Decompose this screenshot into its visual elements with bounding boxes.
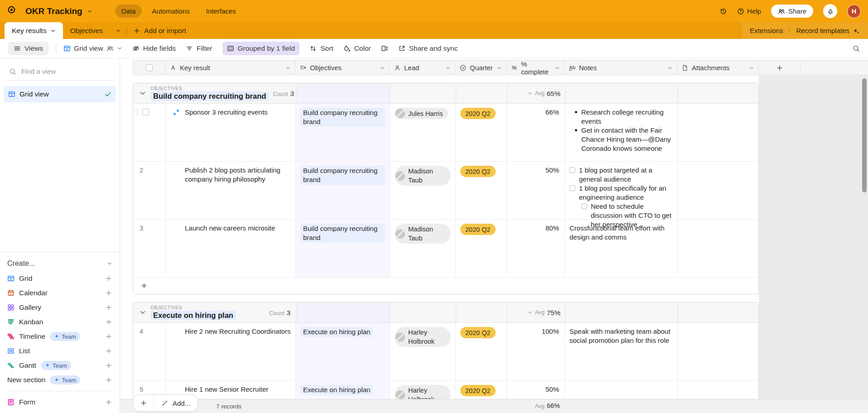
objectives-cell[interactable]: Build company recruiting brand [296, 104, 390, 161]
nav-item-data[interactable]: Data [115, 5, 142, 18]
row-checkbox[interactable] [142, 109, 149, 115]
quarter-cell[interactable]: 2020 Q2 [456, 162, 507, 219]
record-templates-button[interactable]: Record templates [796, 27, 860, 34]
quarter-cell[interactable]: 2020 Q2 [456, 220, 507, 277]
column-menu-chevron[interactable] [497, 65, 502, 71]
objective-link-chip[interactable]: Execute on hiring plan [300, 327, 373, 337]
lead-cell[interactable]: Harley Holbrook [390, 323, 456, 380]
help-button[interactable]: Help [737, 7, 761, 15]
key-result-cell[interactable]: Publish 2 blog posts articulating compan… [166, 162, 296, 219]
filter-button[interactable]: Filter [186, 44, 212, 53]
key-result-cell[interactable]: Launch new careers microsite [166, 220, 296, 277]
lead-cell[interactable]: Madison Taub [390, 220, 456, 277]
pct-complete-cell[interactable]: 100% [507, 323, 565, 380]
attachments-cell[interactable] [678, 162, 759, 219]
user-avatar[interactable]: H [847, 5, 861, 18]
add-view-plus-icon[interactable] [105, 362, 112, 369]
create-item-timeline[interactable]: TimelineTeam [7, 329, 112, 344]
create-item-gallery[interactable]: Gallery [7, 300, 112, 315]
drag-handle-icon[interactable] [134, 108, 141, 115]
column-header-attachments[interactable]: Attachments [677, 61, 759, 75]
column-header-quarter[interactable]: Quarter [455, 61, 506, 75]
create-item-kanban[interactable]: Kanban [7, 315, 112, 329]
column-header-notes[interactable]: AbNotes [564, 61, 677, 75]
expand-record-icon[interactable] [173, 109, 180, 116]
column-header-lead[interactable]: Lead [390, 61, 455, 75]
note-checkbox[interactable] [581, 203, 587, 209]
lead-cell[interactable]: Madison Taub [390, 162, 456, 219]
collapse-group-icon[interactable] [139, 90, 146, 97]
notes-cell[interactable]: Research college recruiting eventsGet in… [565, 104, 678, 161]
history-icon[interactable] [720, 8, 727, 15]
base-title[interactable]: OKR Tracking [25, 6, 82, 16]
note-checkbox[interactable] [569, 167, 575, 173]
attachments-cell[interactable] [678, 323, 759, 380]
key-result-cell[interactable]: Hire 2 new Recruiting Coordinators [166, 323, 296, 380]
objective-link-chip[interactable]: Build company recruiting brand [300, 166, 385, 185]
column-menu-chevron[interactable] [285, 65, 291, 71]
notes-cell[interactable]: Speak with marketing team about social p… [565, 323, 678, 380]
note-checkbox[interactable] [569, 185, 575, 191]
add-with-ai-button[interactable]: Add... [154, 395, 198, 411]
nav-item-automations[interactable]: Automations [145, 5, 196, 18]
views-toggle-button[interactable]: Views [8, 42, 48, 55]
objectives-cell[interactable]: Build company recruiting brand [296, 162, 390, 219]
notes-cell[interactable]: 1 blog post targeted at a general audien… [565, 162, 678, 219]
create-item-form[interactable]: Form [7, 395, 112, 409]
add-view-plus-icon[interactable] [105, 347, 112, 355]
add-view-plus-icon[interactable] [105, 289, 112, 297]
table-row[interactable]: Sponsor 3 recruiting eventsBuild company… [133, 104, 758, 162]
create-item-new-section[interactable]: New sectionTeam [7, 373, 112, 387]
column-header-select[interactable] [133, 61, 165, 75]
notes-cell[interactable]: Crossfunctional team effort with design … [565, 220, 678, 277]
find-view-input[interactable] [20, 67, 97, 76]
lead-cell[interactable]: Jules Harris [390, 104, 456, 161]
table-tab-key-results[interactable]: Key results [5, 22, 63, 39]
current-view-button[interactable]: Grid view [63, 44, 122, 53]
add-view-plus-icon[interactable] [105, 318, 112, 326]
sidebar-view-item[interactable]: Grid view [4, 86, 116, 102]
collapse-group-icon[interactable] [139, 309, 146, 316]
select-all-checkbox[interactable] [146, 64, 153, 71]
add-view-plus-icon[interactable] [105, 333, 112, 340]
objectives-cell[interactable]: Execute on hiring plan [296, 323, 390, 380]
color-button[interactable]: Color [343, 44, 371, 53]
share-button[interactable]: Share [771, 5, 813, 18]
base-title-chevron-icon[interactable] [87, 9, 92, 14]
pct-complete-cell[interactable]: 50% [507, 162, 565, 219]
objectives-cell[interactable]: Build company recruiting brand [296, 220, 390, 277]
column-header-objectives[interactable]: Objectives [295, 61, 390, 75]
add-record-button[interactable] [133, 395, 154, 411]
group-button[interactable]: Grouped by 1 field [222, 42, 300, 55]
row-height-button[interactable] [381, 45, 388, 52]
share-and-sync-button[interactable]: Share and sync [398, 44, 458, 53]
sort-button[interactable]: Sort [309, 44, 333, 53]
quarter-cell[interactable]: 2020 Q2 [456, 104, 507, 161]
column-menu-chevron[interactable] [749, 65, 754, 71]
objective-link-chip[interactable]: Build company recruiting brand [300, 108, 385, 127]
add-or-import-button[interactable]: Add or import [127, 22, 193, 39]
create-item-calendar[interactable]: 31Calendar [7, 286, 112, 300]
search-icon[interactable] [853, 45, 860, 52]
create-item-gantt[interactable]: GanttTeam [7, 358, 112, 373]
table-tab-objectives[interactable]: Objectives [63, 22, 110, 39]
add-view-plus-icon[interactable] [105, 275, 112, 282]
hide-fields-button[interactable]: Hide fields [132, 44, 176, 53]
create-item-list[interactable]: List [7, 344, 112, 358]
column-menu-chevron[interactable] [555, 65, 560, 71]
column-header-pct[interactable]: %% complete [506, 61, 564, 75]
objective-link-chip[interactable]: Build company recruiting brand [300, 224, 385, 243]
column-menu-chevron[interactable] [445, 65, 451, 71]
quarter-cell[interactable]: 2020 Q2 [456, 323, 507, 380]
add-view-plus-icon[interactable] [105, 304, 112, 311]
add-view-plus-icon[interactable] [105, 376, 112, 384]
column-header-key_result[interactable]: AKey result [165, 61, 295, 75]
table-list-chevron[interactable] [110, 22, 126, 39]
attachments-cell[interactable] [678, 220, 759, 277]
table-row[interactable]: 2Publish 2 blog posts articulating compa… [133, 162, 758, 220]
attachments-cell[interactable] [678, 104, 759, 161]
summary-menu-chevron[interactable] [527, 91, 533, 96]
nav-item-interfaces[interactable]: Interfaces [200, 5, 242, 18]
objective-link-chip[interactable]: Execute on hiring plan [300, 385, 373, 395]
add-record-row[interactable] [133, 278, 758, 294]
